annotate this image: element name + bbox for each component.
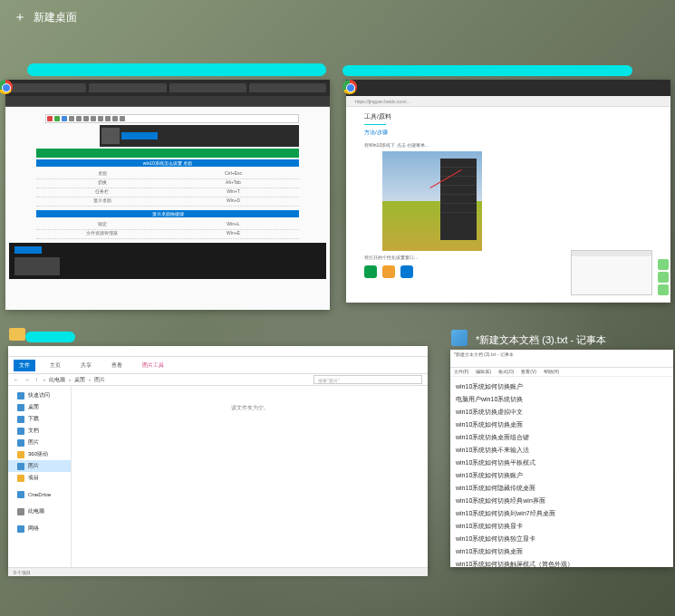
text-line: win10系统如何切换到win7经典桌面 <box>456 507 668 520</box>
page-content: win10系统怎么设置 桌面 桌面Ctrl+Esc 切换Alt+Tab 任务栏W… <box>5 107 330 310</box>
sidebar-item-items[interactable]: 项目 <box>8 472 71 484</box>
sidebar-item-pictures[interactable]: 图片 <box>8 437 71 448</box>
side-float-buttons <box>658 259 669 295</box>
text-line: win10系统如何切换经典win界面 <box>456 495 668 507</box>
menu-edit[interactable]: 编辑(E) <box>476 369 491 375</box>
redaction-overlay <box>27 63 326 76</box>
ribbon-tab-file[interactable]: 文件 <box>14 360 35 371</box>
task-view-window-4[interactable]: *新建文本文档 (3).txt - 记事本 *新建文本文档 (3).txt - … <box>450 350 673 567</box>
shortcut-table: 桌面Ctrl+Esc 切换Alt+Tab 任务栏Win+T 显示桌面Win+D <box>36 170 299 207</box>
menu-view[interactable]: 查看(V) <box>521 369 536 375</box>
ribbon: 文件 主页 共享 查看 图片工具 <box>8 357 428 373</box>
article-subtitle: 显示桌面快捷键 <box>36 210 299 217</box>
browser-tab[interactable] <box>169 83 246 92</box>
share-icon[interactable] <box>382 265 395 278</box>
redaction-overlay <box>342 65 632 76</box>
titlebar: *新建文本文档 (3).txt - 记事本 <box>450 350 673 368</box>
float-button[interactable] <box>658 272 669 283</box>
titlebar <box>8 346 428 357</box>
nav-back-icon[interactable]: ← <box>14 377 19 382</box>
text-line: win10系统切换不来输入法 <box>456 444 668 457</box>
nav-forward-icon[interactable]: → <box>24 377 30 382</box>
table-row: 切换Alt+Tab <box>36 179 299 188</box>
address-bar: ← → ↑ ›此电脑 ›桌面 ›图片 搜索"图片" <box>8 373 428 386</box>
browser-tab-bar <box>346 80 670 96</box>
text-line: win10系统如何切换桌面 <box>456 419 668 431</box>
folder-icon <box>9 328 25 341</box>
text-line: win10系统如何切换独立显卡 <box>456 533 668 545</box>
text-line: win10系统切换桌面组合键 <box>456 431 668 444</box>
sidebar-item-videos[interactable]: 360驱动 <box>8 448 71 460</box>
text-line: win10系统如何切换显卡 <box>456 520 668 533</box>
empty-folder-text: 该文件夹为空。 <box>231 404 269 412</box>
chrome-icon <box>342 80 357 94</box>
editor-toolbar <box>45 114 299 123</box>
badge <box>14 246 42 254</box>
sidebar-item-documents[interactable]: 文档 <box>8 425 71 437</box>
table-row: 文件资源管理器Win+E <box>36 230 299 239</box>
mini-window-illustration <box>571 250 652 295</box>
sidebar-item-onedrive[interactable]: OneDrive <box>8 489 71 500</box>
table-row: 桌面Ctrl+Esc <box>36 170 299 179</box>
ribbon-tab-view[interactable]: 查看 <box>106 360 128 371</box>
ribbon-tab-imagetools[interactable]: 图片工具 <box>137 360 169 371</box>
task-view-window-2[interactable]: https://jingyan.baidu.com/... 工具/原料 方法/步… <box>346 80 670 303</box>
text-line: 电脑用户win10系统切换 <box>456 393 668 406</box>
task-view-window-1[interactable]: win10系统怎么设置 桌面 桌面Ctrl+Esc 切换Alt+Tab 任务栏W… <box>5 80 330 310</box>
sidebar-item-quickaccess[interactable]: 快速访问 <box>8 390 71 401</box>
notepad-icon <box>451 330 468 346</box>
share-icon[interactable] <box>400 265 413 278</box>
article-title: win10系统怎么设置 桌面 <box>36 159 299 167</box>
float-button[interactable] <box>658 284 669 295</box>
sidebar-item-pictures-2[interactable]: 图片 <box>8 460 71 472</box>
text-line: win10系统如何切换平板模式 <box>456 457 668 469</box>
search-input[interactable]: 搜索"图片" <box>313 375 422 384</box>
new-desktop-label: 新建桌面 <box>34 10 77 25</box>
shortcut-table: 锁定Win+L 文件资源管理器Win+E <box>36 221 299 239</box>
redaction-overlay <box>25 332 75 342</box>
step-text: 在Win10系统下 点击 右键菜单... <box>364 142 652 148</box>
media-strip <box>9 243 326 279</box>
status-bar: 0 个项目 <box>8 567 428 576</box>
task-view-window-3[interactable]: 文件 主页 共享 查看 图片工具 ← → ↑ ›此电脑 ›桌面 ›图片 搜索"图… <box>8 346 428 573</box>
browser-tab[interactable] <box>89 83 166 92</box>
section-subtitle: 方法/步骤 <box>364 129 652 137</box>
float-button[interactable] <box>658 259 669 270</box>
file-pane[interactable]: 该文件夹为空。 <box>72 386 428 567</box>
plus-icon: ＋ <box>14 9 26 25</box>
nav-up-icon[interactable]: ↑ <box>35 377 38 382</box>
table-row: 锁定Win+L <box>36 221 299 230</box>
sidebar-item-downloads[interactable]: 下载 <box>8 413 71 425</box>
menu-help[interactable]: 帮助(H) <box>544 369 559 375</box>
selection-popup <box>100 125 299 147</box>
text-line: win10系统如何切换账户 <box>456 469 668 482</box>
table-row: 显示桌面Win+D <box>36 197 299 207</box>
address-bar[interactable]: https://jingyan.baidu.com/... <box>346 96 670 107</box>
ribbon-tab-home[interactable]: 主页 <box>44 360 66 371</box>
ribbon-tab-share[interactable]: 共享 <box>75 360 97 371</box>
window-title: *新建文本文档 (3).txt - 记事本 <box>476 333 606 347</box>
sidebar: 快速访问 桌面 下载 文档 图片 360驱动 图片 项目 OneDrive 此电… <box>8 386 72 567</box>
text-line: win10系统如何切换账户 <box>456 380 668 393</box>
sidebar-item-network[interactable]: 网络 <box>8 523 71 534</box>
menu-format[interactable]: 格式(O) <box>498 369 514 375</box>
menubar: 文件(F) 编辑(E) 格式(O) 查看(V) 帮助(H) <box>450 368 673 377</box>
browser-tab[interactable] <box>9 83 86 92</box>
new-desktop-button[interactable]: ＋ 新建桌面 <box>14 9 77 25</box>
share-icon[interactable] <box>364 265 377 278</box>
text-area[interactable]: win10系统如何切换账户 电脑用户win10系统切换 win10系统切换虚拟中… <box>450 377 673 567</box>
breadcrumb[interactable]: ›此电脑 ›桌面 ›图片 <box>43 376 308 384</box>
browser-tab[interactable] <box>249 83 326 92</box>
sidebar-item-desktop[interactable]: 桌面 <box>8 401 71 413</box>
text-line: win10系统如何切换桌面 <box>456 545 668 558</box>
video-thumbnail[interactable] <box>14 257 60 275</box>
address-bar[interactable] <box>5 96 330 107</box>
green-banner <box>36 149 299 158</box>
text-line: win10系统如何切换触屏模式（简色外观） <box>456 558 668 571</box>
step-screenshot <box>382 151 482 251</box>
section-title: 工具/原料 <box>364 112 652 121</box>
menu-file[interactable]: 文件(F) <box>454 369 468 375</box>
browser-tab-bar <box>5 80 330 96</box>
sidebar-item-thispc[interactable]: 此电脑 <box>8 505 71 517</box>
text-line: win10系统如何隐藏传统桌面 <box>456 482 668 495</box>
